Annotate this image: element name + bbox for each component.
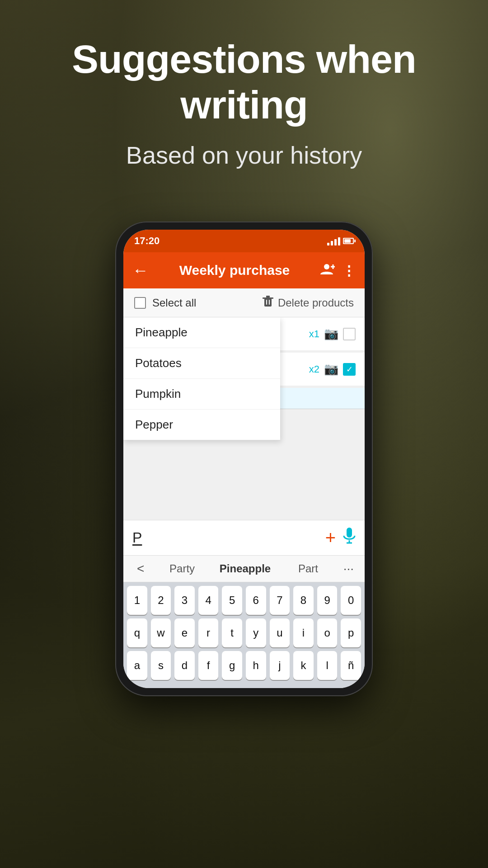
item-qty: x2 <box>309 363 319 375</box>
more-menu-button[interactable]: ⋮ <box>342 263 356 278</box>
keyboard: 1 2 3 4 5 6 7 8 9 0 q w e r t <box>123 582 365 688</box>
content-area: x1 📷 x2 📷 ✓ Last purchased: 1.6$ <box>123 317 365 520</box>
key-l[interactable]: l <box>317 651 338 680</box>
trash-icon <box>263 296 273 310</box>
phone-screen: 17:20 ← Weekly purchase <box>123 230 365 688</box>
key-k[interactable]: k <box>293 651 314 680</box>
item-checkbox[interactable] <box>343 328 356 340</box>
hero-section: Suggestions when writing Based on your h… <box>0 36 488 169</box>
select-bar: Select all Delete products <box>123 288 365 317</box>
phone-outer: 17:20 ← Weekly purchase <box>115 222 373 696</box>
suggestions-dropdown: Pineapple Potatoes Pumpkin Pepper <box>123 317 280 440</box>
key-t[interactable]: t <box>222 618 242 647</box>
text-input-value[interactable]: P <box>132 529 318 546</box>
svg-rect-3 <box>264 298 272 307</box>
key-f[interactable]: f <box>198 651 219 680</box>
key-1[interactable]: 1 <box>127 586 147 615</box>
svg-point-0 <box>324 264 329 269</box>
key-5[interactable]: 5 <box>222 586 242 615</box>
battery-icon <box>343 238 354 244</box>
key-y[interactable]: y <box>246 618 266 647</box>
key-j[interactable]: j <box>270 651 290 680</box>
status-icons <box>327 236 354 245</box>
svg-rect-7 <box>269 300 270 305</box>
key-r[interactable]: r <box>198 618 219 647</box>
status-time: 17:20 <box>134 235 160 247</box>
key-n-tilde[interactable]: ñ <box>341 651 361 680</box>
status-bar: 17:20 <box>123 230 365 252</box>
key-w[interactable]: w <box>151 618 171 647</box>
key-g[interactable]: g <box>222 651 242 680</box>
add-user-button[interactable] <box>320 263 335 278</box>
key-0[interactable]: 0 <box>341 586 361 615</box>
delete-label: Delete products <box>278 297 354 309</box>
key-a[interactable]: a <box>127 651 147 680</box>
back-button[interactable]: ← <box>132 262 149 278</box>
key-e[interactable]: e <box>174 618 195 647</box>
key-s[interactable]: s <box>151 651 171 680</box>
autocomplete-pineapple[interactable]: Pineapple <box>214 562 277 575</box>
keyboard-number-row: 1 2 3 4 5 6 7 8 9 0 <box>127 586 361 615</box>
suggestion-pepper[interactable]: Pepper <box>123 410 280 440</box>
phone-mockup: 17:20 ← Weekly purchase <box>115 222 373 696</box>
key-8[interactable]: 8 <box>293 586 314 615</box>
camera-icon: 📷 <box>324 362 338 376</box>
delete-group: Delete products <box>263 296 354 310</box>
hero-title: Suggestions when writing <box>18 36 470 127</box>
suggestion-pineapple[interactable]: Pineapple <box>123 317 280 348</box>
mic-button[interactable] <box>343 528 356 548</box>
select-all-checkbox[interactable] <box>134 297 146 309</box>
add-item-button[interactable]: + <box>325 528 336 548</box>
autocomplete-more-button[interactable]: ··· <box>340 561 357 576</box>
svg-rect-6 <box>266 300 267 305</box>
key-2[interactable]: 2 <box>151 586 171 615</box>
autocomplete-back-button[interactable]: < <box>131 561 150 576</box>
toolbar-title: Weekly purchase <box>156 263 313 278</box>
keyboard-asdf-row: a s d f g h j k l ñ <box>127 651 361 680</box>
suggestion-pumpkin[interactable]: Pumpkin <box>123 379 280 410</box>
key-p[interactable]: p <box>341 618 361 647</box>
select-all-label: Select all <box>152 297 196 309</box>
keyboard-qwerty-row: q w e r t y u i o p <box>127 618 361 647</box>
autocomplete-party[interactable]: Party <box>150 562 213 575</box>
autocomplete-bar: < Party Pineapple Part ··· <box>123 555 365 582</box>
signal-icon <box>327 236 340 245</box>
key-4[interactable]: 4 <box>198 586 219 615</box>
suggestion-potatoes[interactable]: Potatoes <box>123 348 280 379</box>
key-7[interactable]: 7 <box>270 586 290 615</box>
svg-rect-5 <box>266 296 270 297</box>
svg-rect-8 <box>347 528 352 538</box>
select-all-group: Select all <box>134 297 196 309</box>
key-6[interactable]: 6 <box>246 586 266 615</box>
autocomplete-part[interactable]: Part <box>277 562 339 575</box>
key-u[interactable]: u <box>270 618 290 647</box>
key-o[interactable]: o <box>317 618 338 647</box>
key-q[interactable]: q <box>127 618 147 647</box>
key-i[interactable]: i <box>293 618 314 647</box>
item-checkbox-checked[interactable]: ✓ <box>343 363 356 376</box>
hero-subtitle: Based on your history <box>18 141 470 169</box>
key-9[interactable]: 9 <box>317 586 338 615</box>
camera-icon: 📷 <box>324 327 338 341</box>
svg-rect-4 <box>263 297 273 299</box>
item-qty: x1 <box>309 328 319 340</box>
key-h[interactable]: h <box>246 651 266 680</box>
key-3[interactable]: 3 <box>174 586 195 615</box>
key-d[interactable]: d <box>174 651 195 680</box>
input-area: P + <box>123 520 365 555</box>
app-toolbar: ← Weekly purchase ⋮ <box>123 252 365 288</box>
